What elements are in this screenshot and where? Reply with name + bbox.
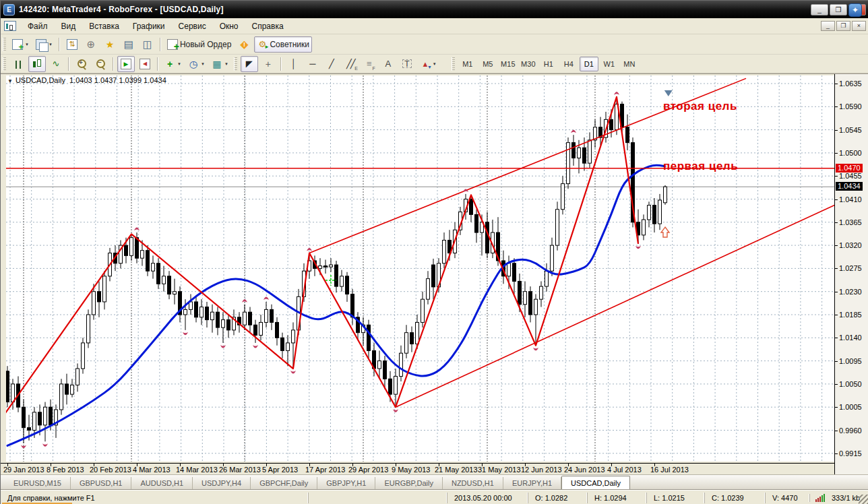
bar-chart-button[interactable] — [9, 56, 27, 72]
favorites-button[interactable]: ★ — [101, 36, 119, 53]
cursor-button[interactable]: ◤ — [241, 56, 258, 72]
horizontal-line-button[interactable]: ─ — [304, 56, 321, 72]
auto-scroll-button[interactable]: ▶ — [117, 56, 135, 72]
dropdown-caret-icon[interactable]: ▼ — [201, 62, 205, 66]
chart-tab-usdcad-daily[interactable]: USDCAD,Daily — [561, 476, 630, 490]
minimize-button[interactable]: _ — [811, 4, 828, 15]
menu-item-графики[interactable]: Графики — [126, 20, 172, 33]
navigator-button[interactable]: ⊕ — [82, 36, 100, 53]
timeframe-m5-button[interactable]: M5 — [478, 57, 497, 71]
price-tick-label: 1.0455 — [839, 172, 862, 180]
dropdown-caret-icon[interactable]: ▼ — [433, 62, 437, 66]
buy-arrow-icon[interactable] — [661, 227, 669, 237]
chart-tab-gbpusd-h1[interactable]: GBPUSD,H1 — [71, 477, 132, 490]
candle-body — [410, 333, 414, 344]
fractal-down-icon — [393, 409, 398, 412]
restore-button[interactable]: ❐ — [830, 4, 847, 15]
child-close-button[interactable]: × — [852, 21, 866, 31]
vertical-line-button[interactable]: │ — [285, 56, 303, 72]
chart-tab-eurgbp-daily[interactable]: EURGBP,Daily — [375, 477, 443, 490]
chart-tab-eurusd-m15[interactable]: EURUSD,M15 — [5, 477, 71, 490]
fibonacci-button[interactable]: ≡ — [361, 56, 378, 72]
chart-tab-nzdusd-h1[interactable]: NZDUSD,H1 — [443, 477, 503, 490]
price-axis[interactable]: 1.06351.05901.05451.05001.04551.04101.03… — [834, 74, 868, 475]
periods-button[interactable]: ◷▼ — [185, 56, 208, 72]
menu-item-справка[interactable]: Справка — [245, 20, 290, 33]
new-chart-button[interactable]: ▼ — [9, 36, 32, 53]
candlestick-chart-button[interactable] — [28, 56, 46, 72]
chart-shift-button[interactable]: ◀ — [136, 56, 154, 72]
second-target-annotation[interactable]: вторая цель — [663, 100, 737, 113]
trendline-button[interactable]: ╱ — [323, 56, 340, 72]
child-minimize-button[interactable]: _ — [821, 21, 835, 31]
status-help-text: Для справки, нажмите F1 — [1, 493, 308, 503]
chart-tab-gbpchf-daily[interactable]: GBPCHF,Daily — [251, 477, 317, 490]
alert-button[interactable]: ◆ — [235, 36, 253, 53]
toolbar-separator — [113, 57, 114, 71]
expert-advisors-button[interactable]: ⚙Советники — [254, 36, 312, 53]
market-watch-button[interactable]: ⇅ — [63, 36, 81, 53]
time-tick-label: 24 Jun 2013 — [564, 466, 605, 474]
first-target-annotation[interactable]: первая цель — [663, 160, 738, 173]
child-restore-button[interactable]: ❐ — [836, 21, 850, 31]
dropdown-caret-icon[interactable]: ▼ — [49, 42, 53, 46]
menu-item-сервис[interactable]: Сервис — [172, 20, 213, 33]
toolbar-drag-handle[interactable] — [3, 38, 6, 51]
indicators-button[interactable]: +▼ — [162, 56, 184, 72]
chart-canvas[interactable] — [6, 75, 834, 462]
text-button[interactable]: A — [379, 56, 397, 72]
text-label-icon: T — [402, 59, 412, 68]
equidistant-channel-button[interactable]: ╱╱ — [342, 56, 359, 72]
strategy-tester-button[interactable]: ◫ — [139, 36, 156, 53]
timeframe-mn-button[interactable]: MN — [620, 57, 639, 71]
dropdown-caret-icon[interactable]: ▼ — [25, 42, 29, 46]
zoom-in-button[interactable]: + — [73, 56, 90, 72]
zigzag-line[interactable] — [6, 97, 638, 418]
community-icon[interactable]: ✦ — [848, 3, 862, 17]
line-chart-button[interactable]: ∿ — [47, 56, 65, 72]
chart-tab-eurjpy-h1[interactable]: EURJPY,H1 — [503, 477, 561, 490]
timeframe-h4-button[interactable]: H4 — [559, 57, 578, 71]
timeframe-w1-button[interactable]: W1 — [600, 57, 619, 71]
text-label-button[interactable]: T — [398, 56, 416, 72]
candle-body — [200, 307, 204, 317]
menu-item-вид[interactable]: Вид — [55, 20, 83, 33]
trend-channel-lower[interactable] — [396, 203, 834, 407]
chart-window-icon[interactable] — [4, 21, 16, 31]
timeframe-m15-button[interactable]: M15 — [499, 57, 518, 71]
time-tick-label: 16 Jul 2013 — [650, 466, 689, 474]
chart-tab-gbpjpy-h1[interactable]: GBPJPY,H1 — [317, 477, 375, 490]
bar-chart-icon — [13, 61, 23, 69]
timeframe-m30-button[interactable]: M30 — [519, 57, 538, 71]
status-volume: V: 4470 — [765, 493, 809, 503]
arrows-icon: ▲ — [420, 59, 431, 69]
toolbar-drag-handle[interactable] — [234, 57, 237, 71]
time-tick-label: 8 Feb 2013 — [46, 466, 84, 474]
arrows-button[interactable]: ▲▼ — [417, 56, 439, 72]
crosshair-button[interactable]: + — [259, 56, 277, 72]
zoom-out-button[interactable]: − — [92, 56, 109, 72]
dropdown-caret-icon[interactable]: ▼ — [224, 62, 228, 66]
toolbar-drag-handle[interactable] — [452, 57, 455, 71]
new-order-button[interactable]: Новый Ордер — [164, 36, 234, 53]
templates-button[interactable]: ▦▼ — [209, 56, 231, 72]
timeframe-d1-button[interactable]: D1 — [580, 57, 598, 71]
menu-item-окно[interactable]: Окно — [213, 20, 245, 33]
chart-tab-usdjpy-h4[interactable]: USDJPY,H4 — [193, 477, 251, 490]
sell-arrow-icon[interactable] — [664, 90, 673, 96]
price-tick-mark — [835, 222, 838, 223]
candle-body — [383, 361, 387, 379]
timeframe-h1-button[interactable]: H1 — [539, 57, 558, 71]
dropdown-caret-icon[interactable]: ▼ — [177, 62, 181, 66]
candle-body — [28, 428, 31, 431]
data-window-icon: ▤ — [123, 39, 134, 50]
time-tick-label: 26 Mar 2013 — [219, 466, 261, 474]
resize-grip[interactable] — [859, 495, 868, 504]
data-window-button[interactable]: ▤ — [120, 36, 137, 53]
profiles-button[interactable]: ▼ — [33, 36, 55, 53]
toolbar-drag-handle[interactable] — [3, 57, 6, 71]
menu-item-вставка[interactable]: Вставка — [82, 20, 126, 33]
menu-item-файл[interactable]: Файл — [21, 20, 55, 33]
chart-tab-audusd-h1[interactable]: AUDUSD,H1 — [131, 477, 193, 490]
timeframe-m1-button[interactable]: M1 — [458, 57, 477, 71]
